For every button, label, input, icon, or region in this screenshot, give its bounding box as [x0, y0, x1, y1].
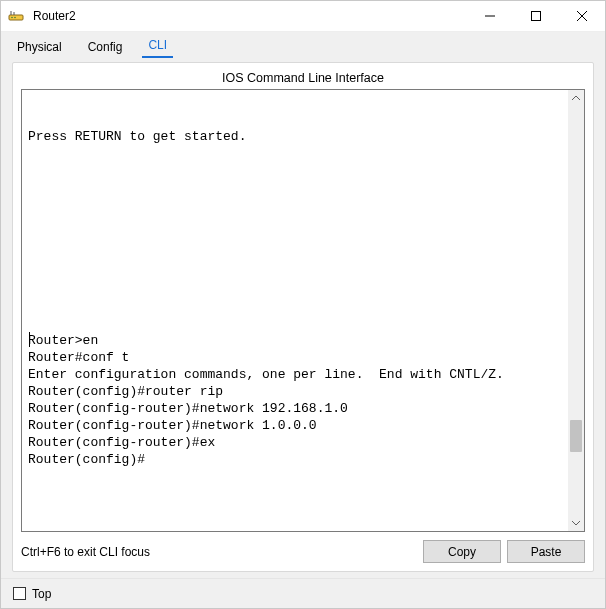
minimize-button[interactable]	[467, 1, 513, 31]
top-checkbox-label: Top	[32, 587, 51, 601]
tab-config[interactable]: Config	[82, 38, 129, 58]
scroll-up-button[interactable]	[568, 90, 584, 106]
chevron-down-icon	[572, 519, 580, 527]
text-caret	[29, 332, 30, 347]
panel-footer: Ctrl+F6 to exit CLI focus Copy Paste	[21, 532, 585, 563]
top-checkbox[interactable]	[13, 587, 26, 600]
svg-rect-4	[532, 12, 541, 21]
scroll-down-button[interactable]	[568, 515, 584, 531]
focus-hint: Ctrl+F6 to exit CLI focus	[21, 545, 417, 559]
tab-cli[interactable]: CLI	[142, 36, 173, 58]
router-icon	[8, 8, 24, 24]
bottom-bar: Top	[1, 578, 605, 608]
svg-rect-0	[9, 15, 23, 20]
terminal-area: Press RETURN to get started. Router>en R…	[21, 89, 585, 532]
panel-title: IOS Command Line Interface	[21, 69, 585, 89]
tab-strip: Physical Config CLI	[1, 32, 605, 58]
window-title: Router2	[31, 9, 467, 23]
copy-button[interactable]: Copy	[423, 540, 501, 563]
cli-panel: IOS Command Line Interface Press RETURN …	[12, 62, 594, 572]
app-window: Router2 Physical Config CLI IOS Command …	[0, 0, 606, 609]
tab-physical[interactable]: Physical	[11, 38, 68, 58]
app-icon	[1, 8, 31, 24]
paste-button[interactable]: Paste	[507, 540, 585, 563]
vertical-scrollbar[interactable]	[568, 90, 584, 531]
scroll-thumb[interactable]	[570, 420, 582, 452]
svg-point-2	[14, 17, 16, 19]
terminal-output[interactable]: Press RETURN to get started. Router>en R…	[22, 90, 584, 531]
maximize-button[interactable]	[513, 1, 559, 31]
chevron-up-icon	[572, 94, 580, 102]
close-button[interactable]	[559, 1, 605, 31]
titlebar: Router2	[1, 1, 605, 32]
window-body: Physical Config CLI IOS Command Line Int…	[1, 32, 605, 608]
svg-point-1	[11, 17, 13, 19]
